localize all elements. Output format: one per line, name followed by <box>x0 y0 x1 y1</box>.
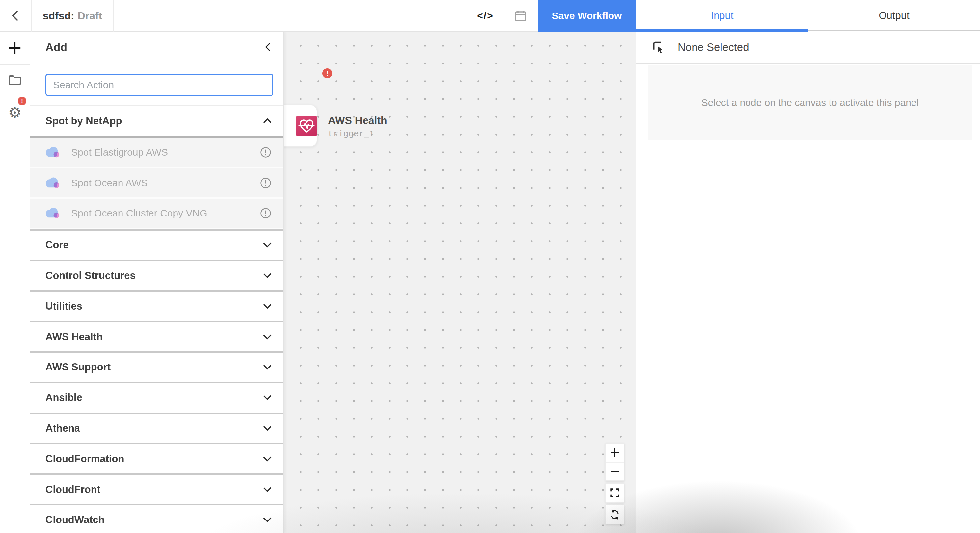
fullscreen-corners-icon <box>609 487 620 498</box>
tab-input[interactable]: Input <box>636 0 808 32</box>
workflow-status: Draft <box>78 10 102 22</box>
action-category-list: Spot by NetAppSpot Elastigroup AWSSpot O… <box>30 106 283 533</box>
category-label: Spot by NetApp <box>45 115 122 127</box>
section-ansible: Ansible <box>30 382 283 412</box>
category-header-aws-support[interactable]: AWS Support <box>30 351 283 382</box>
action-warning-icon <box>260 147 271 158</box>
workflow-title: sdfsd: Draft <box>32 0 114 32</box>
action-warning-icon <box>260 177 271 189</box>
section-cloudformation: CloudFormation <box>30 443 283 473</box>
save-workflow-button[interactable]: Save Workflow <box>538 0 636 32</box>
selection-status-label: None Selected <box>678 41 749 54</box>
category-header-core[interactable]: Core <box>30 229 283 260</box>
category-label: Control Structures <box>45 270 136 282</box>
left-rail: ⚙ ! <box>0 32 30 533</box>
chevron-left-icon <box>8 8 23 24</box>
calendar-icon <box>513 9 528 23</box>
selection-status-row: None Selected <box>636 32 980 64</box>
chevron-down-icon <box>263 242 272 248</box>
chevron-down-icon <box>263 487 272 493</box>
section-spot-by-netapp: Spot by NetAppSpot Elastigroup AWSSpot O… <box>30 106 283 229</box>
category-header-aws-health[interactable]: AWS Health <box>30 321 283 351</box>
category-label: CloudFormation <box>45 453 124 465</box>
collapse-panel-button[interactable] <box>263 42 273 52</box>
action-item-spot-elastigroup-aws[interactable]: Spot Elastigroup AWS <box>30 138 283 168</box>
new-workflow-button[interactable] <box>0 35 30 61</box>
section-athena: Athena <box>30 412 283 443</box>
minus-icon <box>609 466 620 477</box>
workflow-canvas[interactable]: ! AWS Health trigger_1 <box>284 32 636 533</box>
schedule-button[interactable] <box>503 0 538 32</box>
node-title: AWS Health <box>328 114 387 127</box>
aws-health-icon <box>296 116 317 136</box>
chevron-up-icon <box>263 118 272 124</box>
search-input[interactable] <box>45 74 273 96</box>
warning-circle-icon <box>260 147 271 158</box>
gear-icon: ⚙ <box>8 105 21 120</box>
category-header-athena[interactable]: Athena <box>30 412 283 443</box>
category-label: CloudWatch <box>45 514 105 526</box>
plus-icon <box>8 41 22 55</box>
folder-icon <box>7 72 23 88</box>
chevron-down-icon <box>263 364 272 370</box>
category-header-control-structures[interactable]: Control Structures <box>30 260 283 290</box>
chevron-down-icon <box>263 395 272 401</box>
action-item-label: Spot Ocean Cluster Copy VNG <box>71 208 260 219</box>
tab-output[interactable]: Output <box>808 0 980 32</box>
plus-icon <box>609 447 620 458</box>
spot-cloud-icon <box>45 207 60 219</box>
inspector-empty-state: Select a node on the canvas to activate … <box>648 65 972 141</box>
add-actions-panel: Add Spot by NetAppSpot Elastigroup AWSSp… <box>30 32 284 533</box>
category-header-cloudfront[interactable]: CloudFront <box>30 473 283 504</box>
category-label: CloudFront <box>45 484 100 495</box>
category-header-cloudformation[interactable]: CloudFormation <box>30 443 283 473</box>
action-item-label: Spot Ocean AWS <box>71 177 260 189</box>
trigger-node-card[interactable] <box>284 105 317 147</box>
inspector-tabs: Input Output <box>636 0 980 32</box>
canvas-controls <box>605 441 624 524</box>
settings-alert-badge: ! <box>18 97 26 105</box>
action-item-spot-ocean-cluster-copy-vng[interactable]: Spot Ocean Cluster Copy VNG <box>30 199 283 229</box>
section-cloudfront: CloudFront <box>30 473 283 504</box>
chevron-down-icon <box>263 273 272 279</box>
settings-button[interactable]: ⚙ ! <box>0 99 30 126</box>
zoom-out-button[interactable] <box>606 462 624 481</box>
category-label: Utilities <box>45 300 82 312</box>
chevron-down-icon <box>263 425 272 431</box>
chevron-down-icon <box>263 334 272 340</box>
action-warning-icon <box>260 208 271 219</box>
panel-header: Add <box>30 32 283 63</box>
chevron-down-icon <box>263 303 272 309</box>
category-header-cloudwatch[interactable]: CloudWatch <box>30 504 283 533</box>
warning-circle-icon <box>260 177 271 189</box>
category-label: AWS Health <box>45 331 103 343</box>
rail-divider <box>0 65 30 65</box>
workflow-name: sdfsd: <box>43 10 75 22</box>
section-cloudwatch: CloudWatch <box>30 504 283 533</box>
zoom-in-button[interactable] <box>606 444 624 462</box>
fit-view-button[interactable] <box>606 484 624 502</box>
chevron-left-icon <box>263 42 273 52</box>
code-icon: </> <box>477 10 493 21</box>
active-tab-underline <box>636 29 808 32</box>
spot-cloud-icon <box>45 177 60 189</box>
panel-title: Add <box>45 41 67 54</box>
category-header-spot-by-netapp[interactable]: Spot by NetApp <box>30 106 283 136</box>
section-utilities: Utilities <box>30 290 283 321</box>
action-item-spot-ocean-aws[interactable]: Spot Ocean AWS <box>30 168 283 199</box>
chevron-down-icon <box>263 456 272 462</box>
node-error-badge: ! <box>322 68 332 78</box>
category-label: Ansible <box>45 392 82 404</box>
workflows-folder-button[interactable] <box>0 67 30 94</box>
category-header-utilities[interactable]: Utilities <box>30 290 283 321</box>
section-aws-health: AWS Health <box>30 321 283 351</box>
code-view-button[interactable]: </> <box>468 0 503 32</box>
spot-cloud-icon <box>45 146 60 159</box>
section-core: Core <box>30 229 283 260</box>
workflow-editor: sdfsd: Draft </> Save Workflow <box>0 0 980 533</box>
inspector-empty-hint: Select a node on the canvas to activate … <box>702 97 919 108</box>
back-button[interactable] <box>0 0 32 32</box>
action-item-label: Spot Elastigroup AWS <box>71 147 260 158</box>
category-header-ansible[interactable]: Ansible <box>30 382 283 412</box>
reset-view-button[interactable] <box>606 505 624 524</box>
